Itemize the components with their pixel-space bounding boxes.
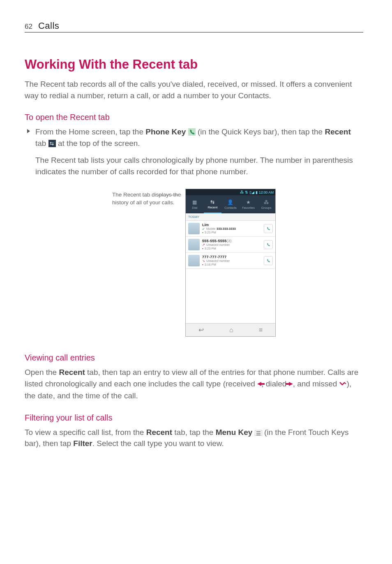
phone-status-bar: ⁂ ⇅ ▯◢ ▮ 12:00 AM <box>186 189 275 195</box>
status-time: 12:00 AM <box>259 190 274 194</box>
screenshot-figure: The Recent tab displays the history of a… <box>25 189 363 337</box>
call-row[interactable]: 555-555-5555(3) ↗ Unsaved number • 3:23 … <box>186 237 275 253</box>
call-subline: ↘ Unsaved number <box>202 259 261 263</box>
phone-key-label: Phone Key <box>145 127 186 136</box>
text-fragment: To view a specific call list, from the <box>25 428 146 437</box>
recent-icon: ⇆ <box>210 199 215 205</box>
page-title: Working With the Recent tab <box>25 57 363 72</box>
call-time-row: • 3:23 PM <box>202 231 261 234</box>
contacts-icon: 👤 <box>228 199 233 205</box>
back-key-icon[interactable]: ↩ <box>198 326 204 334</box>
call-count: (3) <box>227 239 232 243</box>
call-info: 777-777-7777 ↘ Unsaved number • 3:18 PM <box>202 255 261 266</box>
status-battery-icon: ▮ <box>256 190 258 194</box>
svg-rect-0 <box>188 128 196 136</box>
open-recent-heading: To open the Recent tab <box>25 113 363 122</box>
phone-mockup: ⁂ ⇅ ▯◢ ▮ 12:00 AM ▦ Dial ⇆ Recent 👤 Cont… <box>185 189 276 337</box>
phone-empty-area <box>186 269 275 323</box>
status-dot-icon: • <box>202 247 203 250</box>
call-sub-label: Mobile <box>206 227 215 231</box>
text-fragment: , dialed <box>261 379 289 388</box>
recent-label: Recent <box>59 368 85 377</box>
missed-arrow-icon <box>339 379 347 391</box>
status-signal-icon: ▯◢ <box>249 190 254 194</box>
phone-tab-favorites[interactable]: ★ Favorites <box>240 195 258 213</box>
call-time: 3:23 PM <box>205 231 216 234</box>
missed-icon: ↘ <box>202 259 205 263</box>
call-row[interactable]: Lim ↙ Mobile 333-333-3333 • 3:23 PM <box>186 221 275 237</box>
today-header: TODAY <box>186 213 275 221</box>
phone-tab-contacts[interactable]: 👤 Contacts <box>221 195 240 213</box>
dialed-arrow-icon <box>289 382 293 386</box>
menu-key-label: Menu Key <box>216 428 253 437</box>
figure-caption-column: The Recent tab displays the history of a… <box>112 189 182 337</box>
outgoing-icon: ↗ <box>202 243 205 247</box>
text-fragment: From the Home screen, tap the <box>35 127 145 136</box>
status-dot-icon: • <box>202 263 203 266</box>
favorites-icon: ★ <box>246 199 251 205</box>
filter-label: Filter <box>73 439 92 448</box>
call-subline: ↙ Mobile 333-333-3333 <box>202 227 261 231</box>
home-key-icon[interactable]: ⌂ <box>229 326 233 334</box>
text-fragment: (in the Quick Keys bar), then tap the <box>196 127 325 136</box>
call-row[interactable]: 777-777-7777 ↘ Unsaved number • 3:18 PM <box>186 253 275 269</box>
status-bluetooth-icon: ⁂ <box>240 190 244 194</box>
phone-key-icon <box>188 127 196 135</box>
call-subline: ↗ Unsaved number <box>202 243 261 247</box>
bullet-triangle-icon <box>27 129 30 133</box>
intro-paragraph: The Recent tab records all of the calls … <box>25 79 363 101</box>
phone-tab-recent[interactable]: ⇆ Recent <box>204 195 222 213</box>
call-name: 555-555-5555(3) <box>202 239 261 243</box>
phone-tab-groups[interactable]: ⁂ Groups <box>257 195 275 213</box>
recent-tab-icon <box>48 140 56 147</box>
status-wifi-icon: ⇅ <box>245 190 248 194</box>
viewing-paragraph: Open the Recent tab, then tap an entry t… <box>25 367 363 402</box>
filter-heading: Filtering your list of calls <box>25 413 363 423</box>
tab-label: Contacts <box>224 206 237 210</box>
recent-tab-label: Recent <box>325 127 350 136</box>
open-bullet-text: From the Home screen, tap the Phone Key … <box>35 126 363 149</box>
phone-tab-dial[interactable]: ▦ Dial <box>186 195 204 213</box>
call-info: 555-555-5555(3) ↗ Unsaved number • 3:23 … <box>202 239 261 250</box>
tab-label: Groups <box>261 206 272 210</box>
call-number: 333-333-3333 <box>217 227 236 231</box>
open-paragraph: The Recent tab lists your calls chronolo… <box>25 155 363 177</box>
call-time: 3:18 PM <box>205 263 216 266</box>
avatar <box>188 223 200 234</box>
text-fragment: tab <box>35 139 48 148</box>
caption-leader-line <box>157 195 181 195</box>
phone-tab-bar: ▦ Dial ⇆ Recent 👤 Contacts ★ Favorites ⁂… <box>186 195 275 213</box>
phone-handset-icon <box>266 242 271 247</box>
groups-icon: ⁂ <box>263 199 269 205</box>
tab-label: Dial <box>192 206 197 210</box>
filter-paragraph: To view a specific call list, from the R… <box>25 427 363 449</box>
text-fragment: at the top of the screen. <box>56 139 140 148</box>
call-time-row: • 3:23 PM <box>202 247 261 250</box>
recent-label: Recent <box>146 428 172 437</box>
tab-label: Recent <box>208 206 218 209</box>
call-time-row: • 3:18 PM <box>202 263 261 266</box>
call-sub-label: Unsaved number <box>206 259 230 263</box>
call-button[interactable] <box>264 224 273 233</box>
call-info: Lim ↙ Mobile 333-333-3333 • 3:23 PM <box>202 223 261 234</box>
bullet-open-recent: From the Home screen, tap the Phone Key … <box>25 126 363 149</box>
call-number-name: 555-555-5555 <box>202 239 227 243</box>
caption-text: The Recent tab displays the history of a… <box>112 192 181 206</box>
dialpad-icon: ▦ <box>192 199 198 205</box>
call-name: Lim <box>202 223 261 227</box>
phone-handset-icon <box>266 226 271 231</box>
phone-nav-bar: ↩ ⌂ ≡ <box>186 323 275 336</box>
menu-key-icon <box>255 430 262 436</box>
avatar <box>188 239 200 250</box>
tab-label: Favorites <box>242 206 255 210</box>
call-button[interactable] <box>264 256 273 265</box>
call-button[interactable] <box>264 240 273 249</box>
phone-handset-icon <box>266 258 271 263</box>
text-fragment: , and missed <box>293 379 339 388</box>
page-number: 62 <box>25 23 32 31</box>
call-sub-label: Unsaved number <box>206 243 230 247</box>
call-name: 777-777-7777 <box>202 255 261 259</box>
menu-key-icon[interactable]: ≡ <box>259 326 263 334</box>
incoming-icon: ↙ <box>202 227 205 231</box>
page-header: 62 Calls <box>25 21 363 32</box>
